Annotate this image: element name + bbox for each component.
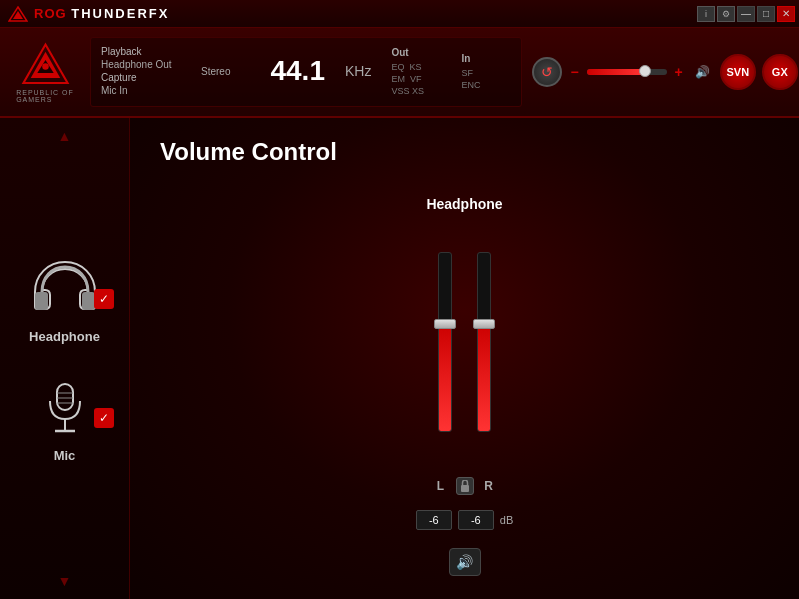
page-title: Volume Control	[160, 138, 769, 166]
db-controls: dB	[416, 510, 513, 530]
lock-icon	[460, 480, 470, 492]
gx-button[interactable]: GX	[762, 54, 798, 90]
title-label: ThunderFX	[71, 6, 169, 21]
svg-rect-6	[57, 384, 73, 410]
right-slider-track[interactable]	[477, 252, 491, 432]
headphone-label: Headphone	[29, 329, 100, 344]
slider-controls: L R	[434, 477, 496, 495]
close-button[interactable]: ✕	[777, 6, 795, 22]
rog-logo: REPUBLIC OFGAMERS	[10, 37, 80, 107]
sidebar-item-headphone[interactable]: Headphone ✓	[0, 250, 129, 349]
settings-button[interactable]: ⚙	[717, 6, 735, 22]
in-section: In SF ENC	[461, 53, 511, 90]
out-em: EM VF	[391, 74, 441, 84]
svn-button[interactable]: SVN	[720, 54, 756, 90]
volume-slider-track[interactable]	[587, 69, 667, 75]
speaker-button[interactable]: 🔊	[449, 548, 481, 576]
headphone-check: ✓	[94, 289, 114, 309]
in-label: In	[461, 53, 511, 64]
right-buttons: SVN GX ENC	[720, 54, 799, 90]
mic-label: Mic	[54, 448, 76, 463]
volume-slider-thumb[interactable]	[639, 65, 651, 77]
sidebar: ▲ Headphone ✓	[0, 118, 130, 599]
capture-label: Capture	[101, 72, 181, 83]
right-slider-fill	[478, 324, 490, 431]
right-db-input[interactable]	[458, 510, 494, 530]
playback-row: Playback Headphone Out Capture Mic In St…	[101, 46, 511, 96]
stereo-label: Stereo	[201, 66, 230, 77]
lock-button[interactable]	[456, 477, 474, 495]
content: Volume Control Headphone	[130, 118, 799, 599]
left-db-input[interactable]	[416, 510, 452, 530]
volume-slider-fill	[587, 69, 643, 75]
info-button[interactable]: i	[697, 6, 715, 22]
headphone-svg	[30, 257, 100, 322]
titlebar-controls: i ⚙ — □ ✕	[697, 6, 799, 22]
svg-point-5	[42, 63, 49, 70]
channel-label: Headphone	[426, 196, 502, 212]
main: ▲ Headphone ✓	[0, 118, 799, 599]
titlebar-left: ROG ThunderFX	[0, 6, 169, 22]
rog-subtitle: REPUBLIC OFGAMERS	[16, 89, 74, 103]
left-slider-thumb[interactable]	[434, 319, 456, 329]
titlebar: ROG ThunderFX i ⚙ — □ ✕	[0, 0, 799, 28]
out-label: Out	[391, 47, 441, 58]
topbar: REPUBLIC OFGAMERS Playback Headphone Out…	[0, 28, 799, 118]
sample-rate-col: 44.1 KHz	[250, 55, 371, 87]
mic-icon	[30, 374, 100, 444]
svg-rect-12	[461, 485, 469, 492]
headphone-icon	[30, 255, 100, 325]
rog-logo-icon	[18, 42, 73, 87]
mic-svg	[40, 379, 90, 439]
sidebar-items: Headphone ✓	[0, 146, 129, 571]
sidebar-up-arrow[interactable]: ▲	[50, 126, 80, 146]
minimize-button[interactable]: —	[737, 6, 755, 22]
device-info: Playback Headphone Out Capture Mic In St…	[90, 37, 522, 107]
in-enc: ENC	[461, 80, 511, 90]
volume-minus[interactable]: −	[570, 64, 578, 80]
maximize-button[interactable]: □	[757, 6, 775, 22]
volume-speaker-icon: 🔊	[695, 65, 710, 79]
sidebar-down-arrow[interactable]: ▼	[50, 571, 80, 591]
sample-rate: 44.1	[270, 55, 325, 87]
left-slider-track[interactable]	[438, 252, 452, 432]
left-slider-fill	[439, 324, 451, 431]
brand-label: ROG	[34, 6, 67, 21]
right-slider-thumb[interactable]	[473, 319, 495, 329]
left-channel-letter: L	[434, 479, 448, 493]
volume-sliders: Headphone L	[160, 196, 769, 576]
right-channel-letter: R	[482, 479, 496, 493]
speaker-icon: 🔊	[456, 554, 473, 570]
out-section: Out EQ KS EM VF VSS XS	[391, 47, 441, 96]
playback-col: Playback Headphone Out Capture Mic In	[101, 46, 181, 96]
out-eq: EQ KS	[391, 62, 441, 72]
sliders-container	[438, 232, 491, 452]
out-vss: VSS XS	[391, 86, 441, 96]
db-unit-label: dB	[500, 514, 513, 526]
rog-small-icon	[8, 6, 28, 22]
stereo-col: Stereo	[201, 66, 230, 77]
left-channel-slider[interactable]	[438, 252, 452, 452]
sample-unit: KHz	[345, 63, 371, 79]
sidebar-item-mic[interactable]: Mic ✓	[0, 369, 129, 468]
mic-in-label: Mic In	[101, 85, 181, 96]
app-title: ROG ThunderFX	[34, 6, 169, 21]
right-channel-slider[interactable]	[477, 252, 491, 452]
volume-plus[interactable]: +	[675, 64, 683, 80]
in-sf: SF	[461, 68, 511, 78]
playback-label: Playback	[101, 46, 181, 57]
volume-control-top: ↺ − + 🔊	[532, 57, 709, 87]
reset-button[interactable]: ↺	[532, 57, 562, 87]
mic-check: ✓	[94, 408, 114, 428]
headphone-out-label: Headphone Out	[101, 59, 181, 70]
